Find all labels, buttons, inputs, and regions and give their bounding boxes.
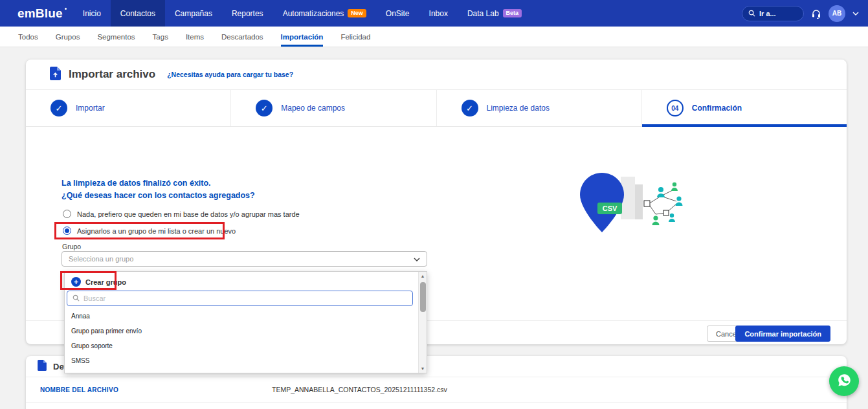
radio-option-assign-group[interactable]: Asignarlos a un grupo de mi lista o crea… — [63, 227, 236, 235]
chevron-down-icon — [414, 255, 420, 263]
step-number: 04 — [667, 100, 684, 116]
group-field-label: Grupo — [62, 243, 81, 250]
topnav-right-cluster: AB — [742, 5, 859, 22]
check-icon: ✓ — [462, 100, 478, 116]
subnav-item-todos[interactable]: Todos — [18, 27, 38, 47]
help-link[interactable]: ¿Necesitas ayuda para cargar tu base? — [167, 71, 293, 78]
subnav-item-segmentos[interactable]: Segmentos — [97, 27, 135, 47]
subnav-item-descartados[interactable]: Descartados — [221, 27, 263, 47]
subnav-item-felicidad[interactable]: Felicidad — [340, 27, 370, 47]
confirm-import-button[interactable]: Confirmar importación — [735, 326, 830, 342]
step-limpieza-de-datos[interactable]: ✓ Limpieza de datos — [437, 90, 642, 126]
global-search-input[interactable] — [759, 10, 796, 17]
scroll-down-icon[interactable]: ▼ — [421, 366, 425, 371]
import-stepper: ✓ Importar ✓ Mapeo de campos ✓ Limpieza … — [26, 90, 847, 127]
radio-option-label: Nada, prefiero que queden en mi base de … — [77, 210, 300, 218]
group-option-primer-envio[interactable]: Grupo para primer envío — [65, 324, 417, 338]
subnav-item-tags[interactable]: Tags — [153, 27, 168, 47]
contacts-question-message: ¿Qué deseas hacer con los contactos agre… — [61, 191, 255, 200]
whatsapp-icon — [836, 371, 853, 392]
nav-item-campanas[interactable]: Campañas — [165, 0, 222, 27]
nav-item-onsite[interactable]: OnSite — [376, 0, 419, 27]
group-dropdown-panel: + Crear grupo Annaa Grupo para primer en… — [64, 271, 427, 373]
nav-item-inicio[interactable]: Inicio — [73, 0, 111, 27]
group-option-annaa[interactable]: Annaa — [65, 309, 417, 324]
nav-item-datalab[interactable]: Data Lab Beta — [458, 0, 531, 27]
cleanup-success-message: La limpieza de datos finalizó con éxito. — [61, 179, 211, 188]
radio-unselected-icon — [63, 210, 71, 218]
radio-option-keep-in-base[interactable]: Nada, prefiero que queden en mi base de … — [63, 210, 300, 218]
nav-item-reportes[interactable]: Reportes — [222, 0, 273, 27]
nav-item-inbox[interactable]: Inbox — [419, 0, 458, 27]
import-file-icon — [50, 67, 61, 83]
scrollbar-thumb[interactable] — [420, 282, 426, 312]
top-navbar: emBlue Inicio Contactos Campañas Reporte… — [0, 0, 868, 27]
search-icon — [72, 293, 80, 304]
step-importar[interactable]: ✓ Importar — [26, 90, 231, 126]
csv-tag-label: CSV — [603, 204, 618, 212]
radio-option-label: Asignarlos a un grupo de mi lista o crea… — [77, 227, 236, 235]
import-card-header: Importar archivo ¿Necesitas ayuda para c… — [26, 60, 847, 90]
beta-badge: Beta — [503, 9, 522, 17]
group-select-placeholder: Selecciona un grupo — [69, 255, 133, 263]
page-title: Importar archivo — [69, 68, 155, 81]
group-select[interactable]: Selecciona un grupo — [61, 251, 427, 267]
file-name-value: TEMP_ANNABELLA_CONTACTOS_20251211111352.… — [272, 386, 447, 393]
new-badge: New — [348, 9, 366, 17]
group-option-soporte[interactable]: Grupo soporte — [65, 338, 417, 353]
plus-icon: + — [71, 277, 81, 287]
global-search[interactable] — [742, 6, 804, 21]
group-option-smss[interactable]: SMSS — [65, 353, 417, 368]
step-mapeo-de-campos[interactable]: ✓ Mapeo de campos — [231, 90, 436, 126]
import-card: Importar archivo ¿Necesitas ayuda para c… — [26, 60, 847, 344]
chevron-down-icon[interactable] — [852, 12, 859, 16]
main-nav: Inicio Contactos Campañas Reportes Autom… — [73, 0, 531, 27]
check-icon: ✓ — [50, 100, 67, 116]
nav-item-automatizaciones[interactable]: Automatizaciones New — [273, 0, 376, 27]
group-search-field[interactable] — [67, 291, 413, 306]
emblue-logo[interactable]: emBlue — [17, 6, 63, 21]
people-icons — [652, 182, 683, 225]
dropdown-scrollbar[interactable]: ▲ ▼ — [418, 272, 427, 373]
group-search-input[interactable] — [83, 294, 407, 302]
contacts-subnav: Todos Grupos Segmentos Tags Items Descar… — [0, 27, 868, 47]
support-headset-icon[interactable] — [811, 8, 821, 19]
subnav-item-items[interactable]: Items — [186, 27, 204, 47]
nav-item-contactos[interactable]: Contactos — [111, 0, 165, 27]
csv-import-illustration: CSV — [579, 171, 693, 250]
scroll-up-icon[interactable]: ▲ — [421, 274, 425, 278]
whatsapp-button[interactable] — [829, 366, 859, 396]
search-icon — [748, 8, 755, 19]
file-name-row: NOMBRE DEL ARCHIVO TEMP_ANNABELLA_CONTAC… — [26, 377, 847, 403]
user-avatar[interactable]: AB — [829, 5, 845, 22]
radio-selected-icon — [63, 227, 71, 235]
subnav-item-importacion[interactable]: Importación — [281, 27, 324, 47]
subnav-item-grupos[interactable]: Grupos — [56, 27, 80, 47]
create-group-button[interactable]: + Crear grupo — [65, 272, 427, 291]
details-file-icon — [38, 360, 47, 373]
file-name-column-header: NOMBRE DEL ARCHIVO — [40, 386, 118, 393]
step-confirmacion[interactable]: 04 Confirmación — [642, 90, 847, 126]
check-icon: ✓ — [256, 100, 273, 116]
